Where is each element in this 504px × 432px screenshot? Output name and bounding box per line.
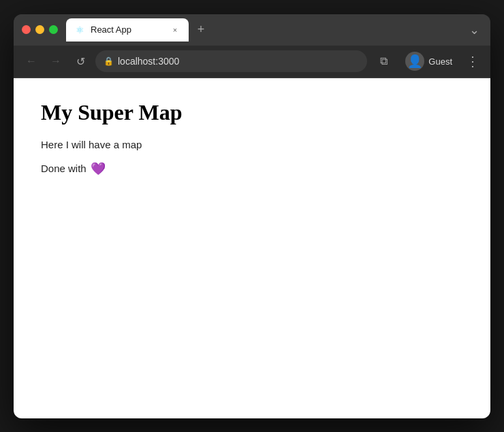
lock-icon: 🔒 (104, 56, 114, 66)
tab-close-button[interactable]: × (170, 24, 180, 35)
page-heading: My Super Map (41, 100, 463, 125)
close-button[interactable] (22, 25, 31, 34)
done-with-text: Done with (41, 163, 86, 174)
address-bar-actions: ⧉ 👤 Guest ⋮ (373, 49, 482, 73)
reload-button[interactable]: ↺ (71, 52, 90, 71)
done-with-line: Done with 💜 (41, 161, 463, 176)
back-button[interactable]: ← (22, 52, 41, 71)
maximize-button[interactable] (49, 25, 58, 34)
profile-button[interactable]: 👤 Guest (400, 49, 458, 73)
traffic-lights (22, 25, 58, 34)
address-bar: ← → ↺ 🔒 localhost:3000 ⧉ 👤 Guest ⋮ (14, 46, 490, 78)
expand-button[interactable]: ⌄ (467, 20, 482, 40)
browser-window: ⚛ React App × + ⌄ ← → ↺ 🔒 loc (14, 14, 490, 418)
tab-favicon-icon: ⚛ (74, 24, 85, 35)
url-text: localhost:3000 (118, 56, 359, 67)
tab-title: React App (91, 24, 164, 35)
address-input[interactable]: 🔒 localhost:3000 (95, 50, 367, 72)
profile-label: Guest (428, 56, 452, 67)
heart-emoji: 💜 (91, 161, 106, 176)
tab-bar: ⚛ React App × + (66, 18, 467, 41)
profile-icon: 👤 (405, 52, 424, 71)
forward-button[interactable]: → (46, 52, 65, 71)
browser-menu-button[interactable]: ⋮ (463, 50, 482, 72)
active-tab[interactable]: ⚛ React App × (66, 18, 189, 41)
new-tab-button[interactable]: + (191, 20, 210, 39)
minimize-button[interactable] (35, 25, 44, 34)
title-bar: ⚛ React App × + ⌄ (14, 14, 490, 46)
page-content: My Super Map Here I will have a map Done… (14, 78, 490, 418)
pip-button[interactable]: ⧉ (373, 50, 394, 72)
page-subtext: Here I will have a map (41, 139, 463, 150)
